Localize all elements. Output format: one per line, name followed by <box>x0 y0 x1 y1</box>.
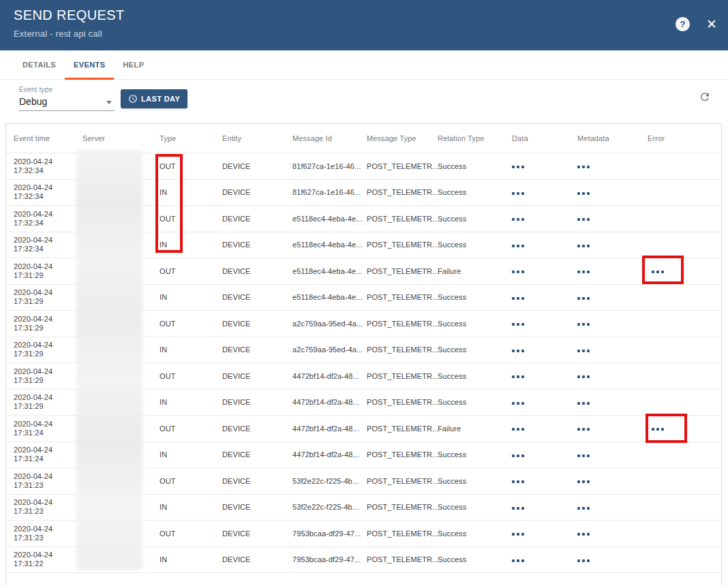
relation-type-cell: Success <box>438 345 512 354</box>
data-dots-button[interactable] <box>512 190 524 197</box>
metadata-dots-button[interactable] <box>577 190 590 197</box>
dot <box>577 192 580 195</box>
data-dots-button[interactable] <box>512 373 524 380</box>
dot <box>521 480 524 483</box>
dot <box>512 559 515 562</box>
column-header-relation-type: Relation Type <box>438 134 512 142</box>
metadata-dots-button[interactable] <box>577 295 590 302</box>
dot <box>512 402 515 405</box>
metadata-dots-button[interactable] <box>577 505 590 512</box>
table-row: 2020-04-2417:31:29INDEVICE4472bf14-df2a-… <box>6 390 721 416</box>
table-row: 2020-04-2417:31:24OUTDEVICE4472bf14-df2a… <box>6 416 721 442</box>
metadata-dots-button[interactable] <box>577 426 590 433</box>
relation-type-cell: Success <box>438 398 512 406</box>
data-dots-button[interactable] <box>512 505 524 512</box>
dot <box>577 428 580 431</box>
table-row: 2020-04-2417:31:29INDEVICEa2c759aa-95ed-… <box>6 337 721 364</box>
event-time-cell: 2020-04-2417:31:22 <box>14 551 82 568</box>
message-type-cell: POST_TELEMETR... <box>367 529 438 538</box>
entity-cell: DEVICE <box>222 188 292 196</box>
data-dots-button[interactable] <box>512 164 524 170</box>
dot <box>577 271 580 273</box>
message-id-cell: 7953bcaa-df29-47... <box>292 529 367 538</box>
dot <box>521 323 524 326</box>
table-row: 2020-04-2417:31:29OUTDEVICEe5118ec4-4eba… <box>6 258 721 285</box>
metadata-dots-button[interactable] <box>577 478 590 485</box>
dot <box>577 375 580 378</box>
dot <box>517 480 519 483</box>
refresh-button[interactable] <box>698 91 712 104</box>
dot <box>587 454 590 457</box>
data-dots-button[interactable] <box>512 400 524 407</box>
dot <box>652 428 654 431</box>
metadata-dots-button[interactable] <box>577 531 590 538</box>
dot <box>521 375 524 378</box>
error-dots-button[interactable] <box>652 268 664 275</box>
data-dots-button[interactable] <box>512 557 524 564</box>
column-header-message-id: Message Id <box>292 134 367 142</box>
dot <box>512 218 515 221</box>
dot <box>656 428 659 431</box>
dot <box>582 323 585 326</box>
metadata-dots-button[interactable] <box>577 400 590 407</box>
metadata-dots-button[interactable] <box>577 452 590 459</box>
data-dots-button[interactable] <box>512 321 524 328</box>
dialog-subtitle: External - rest api call <box>14 29 102 39</box>
metadata-dots-button[interactable] <box>577 268 590 275</box>
event-time-line: 2020-04-24 <box>14 446 82 454</box>
tab-bar: DETAILSEVENTSHELP <box>0 50 728 80</box>
data-dots-button[interactable] <box>512 478 524 485</box>
time-range-label: LAST DAY <box>141 95 180 103</box>
data-dots-button[interactable] <box>512 531 524 538</box>
message-type-cell: POST_TELEMETR... <box>367 320 438 328</box>
data-dots-button[interactable] <box>512 216 524 223</box>
dot <box>517 533 519 536</box>
metadata-dots-button[interactable] <box>577 216 590 223</box>
dot <box>582 192 585 195</box>
event-time-line: 17:31:29 <box>14 402 82 411</box>
event-time-line: 17:31:29 <box>14 297 82 306</box>
metadata-dots-button[interactable] <box>577 243 590 249</box>
close-icon[interactable]: ✕ <box>706 18 717 31</box>
dot <box>512 375 515 378</box>
table-row: 2020-04-2417:32:34OUTDEVICEe5118ec4-4eba… <box>6 206 721 232</box>
event-time-line: 17:31:29 <box>14 271 82 280</box>
data-dots-button[interactable] <box>512 268 524 275</box>
metadata-dots-button[interactable] <box>577 373 590 380</box>
message-type-cell: POST_TELEMETR... <box>367 162 438 170</box>
event-time-line: 2020-04-24 <box>14 288 82 297</box>
event-time-line: 17:31:29 <box>14 324 82 333</box>
dot <box>512 454 515 457</box>
time-range-button[interactable]: LAST DAY <box>121 89 187 108</box>
data-dots-button[interactable] <box>512 348 524 354</box>
dot <box>521 166 524 168</box>
error-dots-button[interactable] <box>652 426 664 433</box>
dot <box>517 218 519 221</box>
filter-bar: Event type Debug LAST DAY <box>0 80 728 123</box>
data-dots-button[interactable] <box>512 452 524 459</box>
data-cell <box>512 529 577 538</box>
type-cell: IN <box>160 503 222 511</box>
message-type-cell: POST_TELEMETR... <box>367 555 438 564</box>
event-type-select[interactable]: Event type Debug <box>19 86 115 111</box>
metadata-dots-button[interactable] <box>577 321 590 328</box>
data-dots-button[interactable] <box>512 243 524 249</box>
tab-help[interactable]: HELP <box>114 50 153 79</box>
help-icon[interactable]: ? <box>676 17 690 31</box>
dot <box>517 375 519 378</box>
events-table: Event timeServerTypeEntityMessage IdMess… <box>5 123 722 586</box>
dot <box>577 297 580 300</box>
clock-icon <box>128 94 138 104</box>
dot <box>577 480 580 483</box>
tab-events[interactable]: EVENTS <box>65 50 114 79</box>
metadata-dots-button[interactable] <box>577 348 590 354</box>
data-dots-button[interactable] <box>512 295 524 302</box>
relation-type-cell: Success <box>438 372 512 380</box>
data-cell <box>512 241 577 249</box>
message-id-cell: 53f2e22c-f225-4b... <box>292 477 367 485</box>
data-dots-button[interactable] <box>512 426 524 433</box>
metadata-dots-button[interactable] <box>577 557 590 564</box>
message-id-cell: 4472bf14-df2a-48... <box>292 450 367 459</box>
metadata-dots-button[interactable] <box>577 164 590 170</box>
tab-details[interactable]: DETAILS <box>14 50 65 79</box>
